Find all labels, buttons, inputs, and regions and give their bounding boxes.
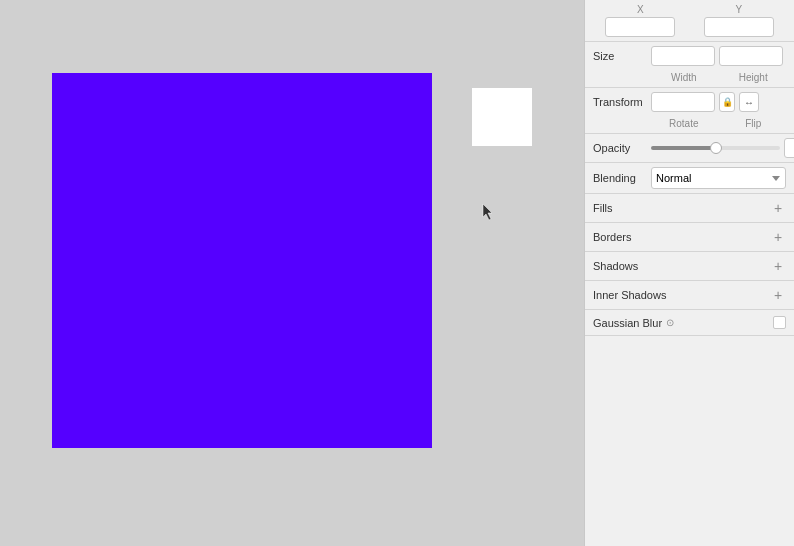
width-sub-label: Width bbox=[651, 72, 717, 83]
size-sub-row: Width Height bbox=[585, 70, 794, 87]
gaussian-label-group: Gaussian Blur ⊙ bbox=[593, 317, 674, 329]
transform-input[interactable] bbox=[651, 92, 715, 112]
borders-title: Borders bbox=[593, 231, 632, 243]
transform-row: Transform 🔒 ↔ bbox=[585, 88, 794, 116]
gaussian-blur-row: Gaussian Blur ⊙ bbox=[585, 310, 794, 336]
x-input[interactable] bbox=[605, 17, 675, 37]
right-panel: X Y Size Width Height Transform bbox=[584, 0, 794, 546]
shadows-header[interactable]: Shadows + bbox=[585, 252, 794, 281]
gaussian-blur-title: Gaussian Blur bbox=[593, 317, 662, 329]
height-sub-label: Height bbox=[721, 72, 787, 83]
height-input[interactable] bbox=[719, 46, 783, 66]
transform-controls: 🔒 ↔ bbox=[651, 92, 786, 112]
gaussian-blur-checkbox[interactable] bbox=[773, 316, 786, 329]
cursor-icon bbox=[482, 203, 494, 221]
blue-rectangle[interactable] bbox=[52, 73, 432, 448]
x-coord-group: X bbox=[593, 4, 688, 37]
inner-shadows-title: Inner Shadows bbox=[593, 289, 666, 301]
blending-controls: Normal Multiply Screen Overlay Darken Li… bbox=[651, 167, 786, 189]
rotate-label: Rotate bbox=[651, 118, 717, 129]
blending-section: Blending Normal Multiply Screen Overlay … bbox=[585, 163, 794, 194]
size-label: Size bbox=[593, 50, 651, 62]
coord-row: X Y bbox=[585, 0, 794, 41]
blending-row: Blending Normal Multiply Screen Overlay … bbox=[585, 163, 794, 193]
x-label: X bbox=[637, 4, 644, 15]
blending-label: Blending bbox=[593, 172, 651, 184]
fills-title: Fills bbox=[593, 202, 613, 214]
size-row: Size bbox=[585, 42, 794, 70]
y-input[interactable] bbox=[704, 17, 774, 37]
opacity-value-input[interactable] bbox=[784, 138, 794, 158]
inner-shadows-header[interactable]: Inner Shadows + bbox=[585, 281, 794, 310]
opacity-label: Opacity bbox=[593, 142, 651, 154]
canvas-wrapper bbox=[52, 73, 532, 473]
opacity-row: Opacity bbox=[585, 134, 794, 162]
opacity-slider[interactable] bbox=[651, 146, 780, 150]
shadows-add-button[interactable]: + bbox=[770, 258, 786, 274]
coordinates-section: X Y bbox=[585, 0, 794, 42]
opacity-section: Opacity bbox=[585, 134, 794, 163]
fills-header[interactable]: Fills + bbox=[585, 194, 794, 223]
inner-shadows-add-button[interactable]: + bbox=[770, 287, 786, 303]
y-coord-group: Y bbox=[692, 4, 787, 37]
y-label: Y bbox=[735, 4, 742, 15]
shadows-title: Shadows bbox=[593, 260, 638, 272]
white-rectangle[interactable] bbox=[472, 88, 532, 146]
transform-label: Transform bbox=[593, 96, 651, 108]
size-controls bbox=[651, 46, 786, 66]
borders-add-button[interactable]: + bbox=[770, 229, 786, 245]
opacity-controls bbox=[651, 138, 794, 158]
transform-section: Transform 🔒 ↔ Rotate Flip bbox=[585, 88, 794, 134]
flip-label: Flip bbox=[721, 118, 787, 129]
transform-sub-row: Rotate Flip bbox=[585, 116, 794, 133]
blending-select[interactable]: Normal Multiply Screen Overlay Darken Li… bbox=[651, 167, 786, 189]
flip-icon[interactable]: ↔ bbox=[739, 92, 759, 112]
canvas-area bbox=[0, 0, 584, 546]
lock-icon[interactable]: 🔒 bbox=[719, 92, 735, 112]
width-input[interactable] bbox=[651, 46, 715, 66]
gaussian-info-icon: ⊙ bbox=[666, 317, 674, 328]
size-section: Size Width Height bbox=[585, 42, 794, 88]
fills-add-button[interactable]: + bbox=[770, 200, 786, 216]
borders-header[interactable]: Borders + bbox=[585, 223, 794, 252]
